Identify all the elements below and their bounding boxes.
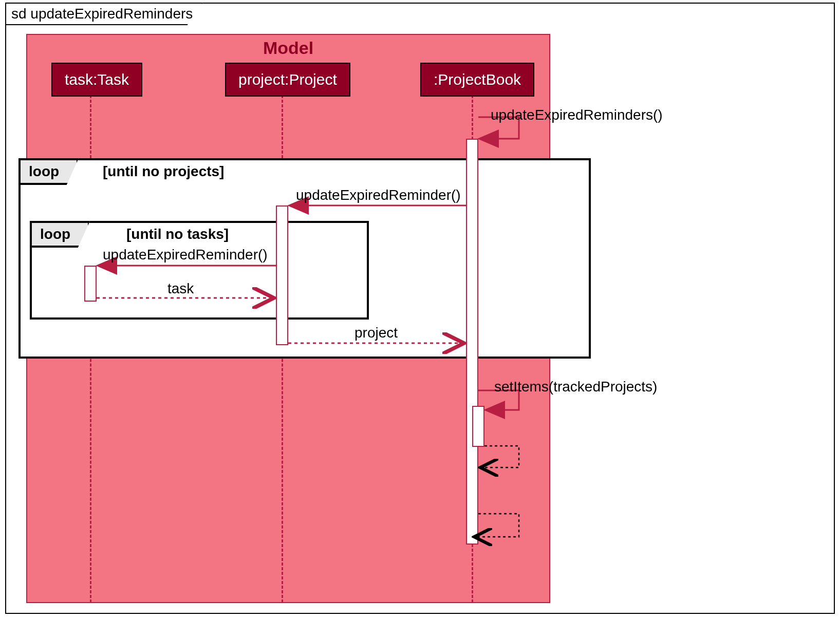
loop-inner-label: loop xyxy=(30,221,90,248)
loop-outer-condition: [until no projects] xyxy=(103,163,224,180)
loop-outer-label: loop xyxy=(18,158,79,185)
sequence-diagram: sd updateExpiredReminders Model task:Tas… xyxy=(0,0,840,618)
msg-update-reminder-task: updateExpiredReminder() xyxy=(103,247,268,263)
participant-projectbook: :ProjectBook xyxy=(420,63,534,97)
loop-inner-condition: [until no tasks] xyxy=(126,226,229,242)
frame-title: sd updateExpiredReminders xyxy=(5,3,203,25)
activation-project xyxy=(276,205,288,345)
model-title: Model xyxy=(26,38,550,58)
msg-update-reminders: updateExpiredReminders() xyxy=(491,107,663,123)
activation-task xyxy=(84,266,97,302)
msg-return-task: task xyxy=(167,280,194,297)
participant-task: task:Task xyxy=(51,63,142,97)
msg-setitems: setItems(trackedProjects) xyxy=(494,379,657,395)
activation-projectbook-main xyxy=(466,139,478,545)
participant-project: project:Project xyxy=(225,63,350,97)
activation-projectbook-setitems xyxy=(472,406,484,447)
msg-return-project: project xyxy=(354,325,398,341)
msg-update-reminder-project: updateExpiredReminder() xyxy=(296,187,461,203)
